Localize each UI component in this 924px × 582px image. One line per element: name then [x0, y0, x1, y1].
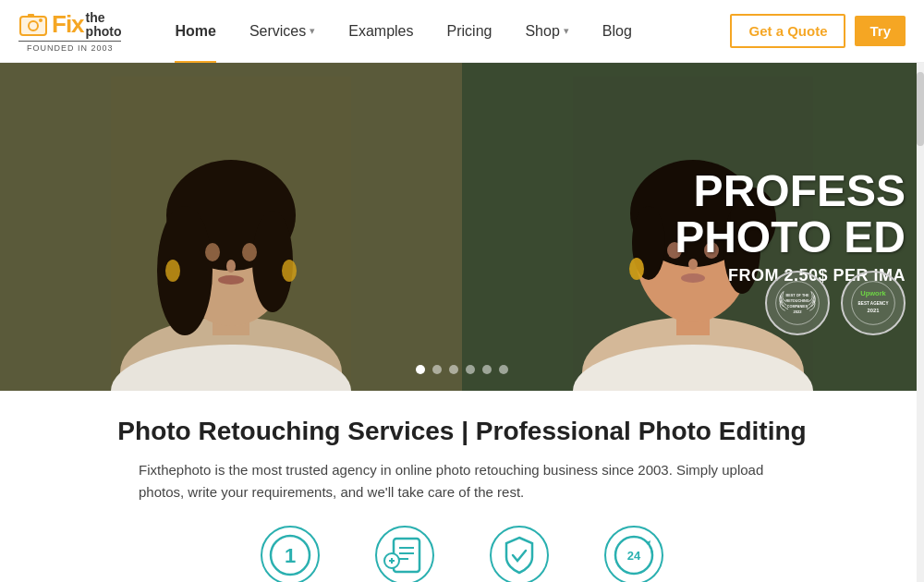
nav-pricing[interactable]: Pricing: [431, 0, 509, 63]
feature-icon-2: [375, 526, 434, 582]
feature-icon-3: [490, 526, 549, 582]
slider-dot-5[interactable]: [482, 365, 492, 374]
svg-point-4: [39, 18, 43, 22]
feature-icon-1: 1: [261, 526, 320, 582]
hero-after: PROFESSPHOTO ED FROM 2.50$ PER IMA: [462, 63, 924, 391]
hero-before: [0, 63, 462, 391]
award-retouching-badge: BEST OF THE RETOUCHING COMPANIES 2022: [765, 271, 830, 335]
scrollbar[interactable]: [917, 63, 924, 582]
nav-shop[interactable]: Shop ▾: [508, 0, 585, 63]
logo-the-photo-text: thephoto: [86, 11, 122, 40]
header-cta-area: Get a Quote Try: [730, 14, 906, 48]
logo-icon: [18, 9, 48, 39]
header: Fix thephoto FOUNDED IN 2003 Home Servic…: [0, 0, 924, 63]
svg-point-17: [282, 260, 297, 282]
svg-text:2021: 2021: [868, 308, 881, 313]
hero-background: PROFESSPHOTO ED FROM 2.50$ PER IMA: [0, 63, 924, 391]
svg-text:BEST AGENCY: BEST AGENCY: [858, 301, 889, 306]
scrollbar-thumb[interactable]: [917, 72, 924, 146]
svg-rect-0: [20, 17, 46, 35]
svg-point-31: [629, 258, 644, 280]
svg-point-15: [218, 275, 244, 285]
get-quote-button[interactable]: Get a Quote: [730, 14, 845, 48]
svg-text:Upwork: Upwork: [860, 289, 886, 297]
award-upwork-badge: Upwork BEST AGENCY 2021: [841, 271, 906, 335]
nav-blog[interactable]: Blog: [586, 0, 649, 63]
logo[interactable]: Fix thephoto FOUNDED IN 2003: [18, 9, 121, 54]
hero-title: PROFESSPHOTO ED: [675, 168, 906, 261]
feature-icons-row: 1: [18, 526, 906, 582]
slider-dot-3[interactable]: [449, 365, 458, 374]
svg-point-16: [165, 260, 180, 282]
nav-home[interactable]: Home: [158, 0, 232, 63]
shield-svg: [497, 533, 541, 577]
svg-point-14: [226, 260, 236, 273]
step-one-svg: 1: [268, 533, 312, 577]
clock-svg: 24: [612, 533, 656, 577]
svg-text:COMPANIES: COMPANIES: [787, 305, 808, 309]
logo-tagline: FOUNDED IN 2003: [18, 41, 121, 53]
slider-dot-1[interactable]: [416, 365, 425, 374]
nav-services[interactable]: Services ▾: [233, 0, 332, 63]
clock-24-icon: 24: [604, 526, 663, 582]
slider-dot-2[interactable]: [432, 365, 442, 374]
document-icon: [375, 526, 434, 582]
svg-text:24: 24: [627, 549, 641, 563]
slider-dot-6[interactable]: [499, 365, 508, 374]
page-heading: Photo Retouching Services | Professional…: [18, 417, 906, 446]
number-one-icon: 1: [261, 526, 320, 582]
hero-text-overlay: PROFESSPHOTO ED FROM 2.50$ PER IMA: [675, 168, 906, 286]
shop-chevron-icon: ▾: [564, 25, 569, 37]
svg-point-12: [205, 243, 220, 261]
feature-icon-4: 24: [604, 526, 663, 582]
slider-dot-4[interactable]: [466, 365, 475, 374]
nav-examples[interactable]: Examples: [332, 0, 430, 63]
hero-awards: BEST OF THE RETOUCHING COMPANIES 2022 Up…: [765, 271, 906, 335]
slider-dots: [416, 365, 508, 374]
hero-section: PROFESSPHOTO ED FROM 2.50$ PER IMA: [0, 63, 924, 391]
svg-point-13: [242, 243, 257, 261]
shield-check-icon: [490, 526, 549, 582]
page-description: Fixthephoto is the most trusted agency i…: [139, 459, 785, 503]
svg-text:2022: 2022: [793, 309, 802, 314]
content-section: Photo Retouching Services | Professional…: [0, 391, 924, 582]
services-chevron-icon: ▾: [310, 25, 315, 37]
svg-text:BEST OF THE: BEST OF THE: [786, 294, 809, 297]
upwork-icon: Upwork BEST AGENCY 2021: [850, 280, 896, 326]
try-button[interactable]: Try: [855, 16, 906, 46]
laurel-icon: BEST OF THE RETOUCHING COMPANIES 2022: [774, 280, 821, 326]
logo-fix-text: Fix: [52, 10, 84, 39]
document-svg: [383, 533, 427, 577]
svg-text:1: 1: [285, 544, 296, 567]
main-nav: Home Services ▾ Examples Pricing Shop ▾ …: [158, 0, 730, 63]
svg-rect-3: [28, 14, 34, 18]
svg-text:RETOUCHING: RETOUCHING: [785, 299, 808, 303]
portrait-before-icon: [111, 77, 351, 391]
